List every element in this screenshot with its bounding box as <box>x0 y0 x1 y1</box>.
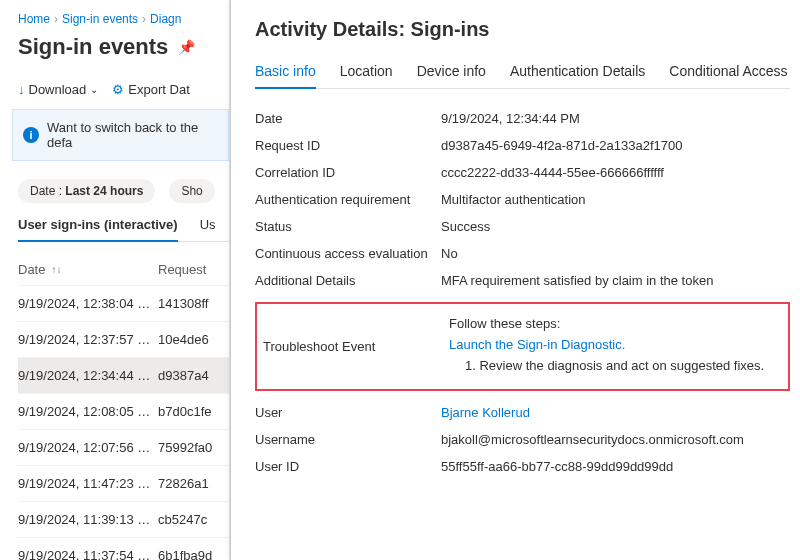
label-troubleshoot: Troubleshoot Event <box>263 339 449 354</box>
export-data-button[interactable]: ⚙ Export Dat <box>112 82 189 97</box>
table-row[interactable]: 9/19/2024, 11:47:23 …72826a1 <box>18 465 229 501</box>
breadcrumb-diagn[interactable]: Diagn <box>150 12 181 26</box>
ts-steps: Review the diagnosis and act on suggeste… <box>465 358 782 373</box>
cell-request: 10e4de6 <box>158 332 229 347</box>
kv-date: Date 9/19/2024, 12:34:44 PM <box>255 105 790 132</box>
label-username: Username <box>255 432 441 447</box>
value-username: bjakoll@microsoftlearnsecuritydocs.onmic… <box>441 432 790 447</box>
value-correlation-id: cccc2222-dd33-4444-55ee-666666ffffff <box>441 165 790 180</box>
value-additional: MFA requirement satisfied by claim in th… <box>441 273 790 288</box>
col-header-date[interactable]: Date ↑↓ <box>18 262 158 277</box>
export-label: Export Dat <box>128 82 189 97</box>
breadcrumb: Home › Sign-in events › Diagn <box>18 12 229 26</box>
page-title: Sign-in events <box>18 34 168 60</box>
download-button[interactable]: ↓ Download ⌄ <box>18 82 98 97</box>
label-cae: Continuous access evaluation <box>255 246 441 261</box>
cell-request: cb5247c <box>158 512 229 527</box>
details-pane: Activity Details: Sign-ins Basic info Lo… <box>230 0 800 560</box>
breadcrumb-home[interactable]: Home <box>18 12 50 26</box>
table-row[interactable]: 9/19/2024, 12:34:44 …d9387a4 <box>18 357 229 393</box>
cell-request: 141308ff <box>158 296 229 311</box>
tab-location[interactable]: Location <box>340 63 393 88</box>
filter-date-value: Last 24 hours <box>65 184 143 198</box>
cell-request: d9387a4 <box>158 368 229 383</box>
label-date: Date <box>255 111 441 126</box>
download-icon: ↓ <box>18 82 25 97</box>
sort-icon: ↑↓ <box>51 264 61 275</box>
label-user-id: User ID <box>255 459 441 474</box>
label-request-id: Request ID <box>255 138 441 153</box>
tab-device-info[interactable]: Device info <box>417 63 486 88</box>
cell-request: 6b1fba9d <box>158 548 229 560</box>
kv-user: User Bjarne Kollerud <box>255 399 790 426</box>
table-row[interactable]: 9/19/2024, 12:38:04 …141308ff <box>18 285 229 321</box>
cell-date: 9/19/2024, 11:39:13 … <box>18 512 158 527</box>
kv-auth-requirement: Authentication requirement Multifactor a… <box>255 186 790 213</box>
grid-header: Date ↑↓ Request <box>18 254 229 285</box>
filter-row: Date : Last 24 hours Sho <box>18 179 229 203</box>
cell-date: 9/19/2024, 11:37:54 … <box>18 548 158 560</box>
kv-request-id: Request ID d9387a45-6949-4f2a-871d-2a133… <box>255 132 790 159</box>
kv-additional-details: Additional Details MFA requirement satis… <box>255 267 790 294</box>
label-correlation-id: Correlation ID <box>255 165 441 180</box>
value-cae: No <box>441 246 790 261</box>
col-header-request[interactable]: Request <box>158 262 229 277</box>
details-title: Activity Details: Sign-ins <box>255 18 790 41</box>
toolbar: ↓ Download ⌄ ⚙ Export Dat <box>18 82 229 97</box>
table-row[interactable]: 9/19/2024, 12:37:57 …10e4de6 <box>18 321 229 357</box>
table-row[interactable]: 9/19/2024, 11:37:54 …6b1fba9d <box>18 537 229 560</box>
value-user-id: 55ff55ff-aa66-bb77-cc88-99dd99dd99dd <box>441 459 790 474</box>
chevron-right-icon: › <box>142 12 146 26</box>
kv-status: Status Success <box>255 213 790 240</box>
kv-username: Username bjakoll@microsoftlearnsecurityd… <box>255 426 790 453</box>
cell-date: 9/19/2024, 12:38:04 … <box>18 296 158 311</box>
value-user: Bjarne Kollerud <box>441 405 790 420</box>
chevron-right-icon: › <box>54 12 58 26</box>
tab-user-interactive[interactable]: User sign-ins (interactive) <box>18 217 178 242</box>
cell-request: 75992fa0 <box>158 440 229 455</box>
filter-date[interactable]: Date : Last 24 hours <box>18 179 155 203</box>
sub-tabs: User sign-ins (interactive) Us <box>18 217 229 242</box>
cell-date: 9/19/2024, 12:37:57 … <box>18 332 158 347</box>
chevron-down-icon: ⌄ <box>90 84 98 95</box>
launch-diagnostic-link[interactable]: Launch the Sign-in Diagnostic. <box>449 337 782 352</box>
value-troubleshoot: Follow these steps: Launch the Sign-in D… <box>449 316 782 377</box>
table-row[interactable]: 9/19/2024, 12:08:05 …b7d0c1fe <box>18 393 229 429</box>
cell-date: 9/19/2024, 12:34:44 … <box>18 368 158 383</box>
value-date: 9/19/2024, 12:34:44 PM <box>441 111 790 126</box>
value-auth-req: Multifactor authentication <box>441 192 790 207</box>
troubleshoot-box: Troubleshoot Event Follow these steps: L… <box>255 302 790 391</box>
tab-other[interactable]: Us <box>200 217 216 241</box>
detail-tabs: Basic info Location Device info Authenti… <box>255 63 790 89</box>
filter-date-label: Date : <box>30 184 62 198</box>
cell-request: b7d0c1fe <box>158 404 229 419</box>
page-title-row: Sign-in events 📌 <box>18 34 229 60</box>
cell-date: 9/19/2024, 12:08:05 … <box>18 404 158 419</box>
info-bar[interactable]: i Want to switch back to the defa <box>12 109 229 161</box>
info-bar-message: Want to switch back to the defa <box>47 120 218 150</box>
grid-body: 9/19/2024, 12:38:04 …141308ff9/19/2024, … <box>18 285 229 560</box>
cell-request: 72826a1 <box>158 476 229 491</box>
tab-conditional-access[interactable]: Conditional Access <box>669 63 787 88</box>
info-icon: i <box>23 127 39 143</box>
user-link[interactable]: Bjarne Kollerud <box>441 405 530 420</box>
tab-auth-details[interactable]: Authentication Details <box>510 63 645 88</box>
cell-date: 9/19/2024, 11:47:23 … <box>18 476 158 491</box>
value-request-id: d9387a45-6949-4f2a-871d-2a133a2f1700 <box>441 138 790 153</box>
col-header-date-label: Date <box>18 262 45 277</box>
left-pane: Home › Sign-in events › Diagn Sign-in ev… <box>0 0 230 560</box>
kv-correlation-id: Correlation ID cccc2222-dd33-4444-55ee-6… <box>255 159 790 186</box>
tab-basic-info[interactable]: Basic info <box>255 63 316 89</box>
filter-show[interactable]: Sho <box>169 179 214 203</box>
ts-follow: Follow these steps: <box>449 316 782 331</box>
label-auth-req: Authentication requirement <box>255 192 441 207</box>
value-status: Success <box>441 219 790 234</box>
table-row[interactable]: 9/19/2024, 12:07:56 …75992fa0 <box>18 429 229 465</box>
label-user: User <box>255 405 441 420</box>
pin-icon[interactable]: 📌 <box>178 39 195 55</box>
table-row[interactable]: 9/19/2024, 11:39:13 …cb5247c <box>18 501 229 537</box>
kv-cae: Continuous access evaluation No <box>255 240 790 267</box>
settings-icon: ⚙ <box>112 82 124 97</box>
label-status: Status <box>255 219 441 234</box>
breadcrumb-signin-events[interactable]: Sign-in events <box>62 12 138 26</box>
